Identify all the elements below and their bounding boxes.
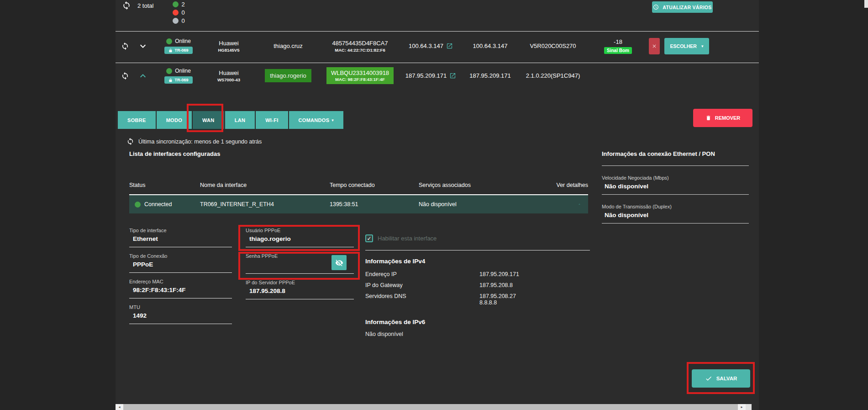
caret-down-icon: ▾ bbox=[331, 118, 334, 122]
interfaces-table: Status Nome da interface Tempo conectado… bbox=[129, 182, 588, 213]
fields-column-left: Tipo de interface Ethernet Tipo de Conex… bbox=[129, 228, 232, 330]
device1-choose-button[interactable]: ESCOLHER▾ bbox=[664, 38, 709, 54]
refresh-all-icon[interactable] bbox=[122, 1, 131, 10]
last-sync-text: Última sincronização: menos de 1 segundo… bbox=[138, 138, 262, 145]
eye-slash-icon bbox=[335, 259, 343, 267]
offline-count: 0 bbox=[181, 9, 184, 16]
tab-modo[interactable]: MODO bbox=[157, 111, 192, 129]
enable-interface-checkbox[interactable]: ✓ bbox=[365, 234, 373, 242]
header-uptime: Tempo conectado bbox=[330, 182, 419, 188]
fields-column-right: ✓ Habilitar esta interface Informações d… bbox=[365, 231, 590, 337]
device2-vendor-name: Huawei bbox=[219, 69, 238, 76]
connection-info-title: Informações da conexão Ethernet / PON bbox=[602, 150, 715, 157]
dns-server-2: 8.8.8.8 bbox=[479, 299, 590, 306]
interfaces-title: Lista de interfaces configuradas bbox=[129, 150, 220, 157]
device-tabs: SOBRE MODO WAN LAN WI-FI COMANDOS▾ bbox=[118, 111, 343, 129]
header-services: Serviços associados bbox=[419, 182, 547, 188]
interface-services: Não disponível bbox=[419, 201, 547, 208]
device2-user-highlight: thiago.rogerio bbox=[265, 69, 311, 82]
lock-icon bbox=[168, 78, 173, 82]
clock-icon bbox=[653, 4, 659, 10]
device1-protocol-badge: TR-069 bbox=[164, 47, 192, 54]
device1-vendor: Huawei HG8145V5 bbox=[201, 40, 256, 53]
check-icon bbox=[705, 375, 712, 382]
tab-wifi[interactable]: WI-FI bbox=[256, 111, 288, 129]
connection-info-panel: Velocidade Negociada (Mbps) Não disponív… bbox=[602, 165, 749, 224]
remove-device-button[interactable]: REMOVER bbox=[693, 109, 752, 127]
device1-serial: 485754435D4F8CA7 MAC: 44:22:7C:D1:82:F6 bbox=[320, 40, 400, 53]
device1-public-ip: 100.64.3.147 bbox=[462, 43, 519, 49]
unknown-dot-icon bbox=[173, 18, 179, 24]
offline-dot-icon bbox=[173, 10, 179, 16]
scroll-right-button[interactable]: ▸ bbox=[738, 404, 746, 410]
save-button[interactable]: SALVAR bbox=[692, 369, 750, 388]
divider bbox=[365, 250, 590, 250]
device1-refresh-icon[interactable] bbox=[121, 42, 129, 50]
device1-status: Online TR-069 bbox=[156, 38, 201, 54]
device2-model: WS7000-43 bbox=[217, 77, 240, 82]
interface-collapse-chevron-up-icon[interactable] bbox=[578, 199, 588, 209]
update-many-button[interactable]: ATUALIZAR VÁRIOS bbox=[652, 1, 713, 13]
device2-refresh-icon[interactable] bbox=[121, 72, 129, 80]
enable-interface-row: ✓ Habilitar esta interface bbox=[365, 234, 590, 242]
pppoe-user-field[interactable]: Usuário PPPoE thiago.rogerio bbox=[246, 228, 354, 247]
ipv4-address-row: Endereço IP 187.95.209.171 bbox=[365, 271, 590, 277]
sync-icon[interactable] bbox=[126, 138, 134, 145]
device1-actions: ESCOLHER▾ bbox=[649, 38, 759, 54]
tab-sobre[interactable]: SOBRE bbox=[118, 111, 156, 129]
interface-row[interactable]: Connected TR069_INTERNET_R_ETH4 1395:38:… bbox=[129, 194, 588, 213]
device1-signal: -18 Sinal Bom bbox=[587, 38, 649, 54]
device2-public-ip: 187.95.209.171 bbox=[462, 72, 519, 79]
horizontal-scrollbar[interactable]: ◂ ▸ bbox=[116, 404, 752, 410]
device1-user: thiago.cruz bbox=[256, 43, 320, 49]
device1-firmware: V5R020C00S270 bbox=[519, 43, 587, 49]
device2-vendor: Huawei WS7000-43 bbox=[201, 69, 256, 82]
device-management-panel: 2 total 2 0 0 ATUALIZAR VÁRIOS Online TR… bbox=[116, 0, 759, 410]
external-link-icon[interactable] bbox=[449, 72, 456, 79]
device2-serial: WLBQU23314003918 MAC: 98:2F:F8:43:1F:4F bbox=[320, 67, 400, 84]
device1-mac: MAC: 44:22:7C:D1:82:F6 bbox=[335, 48, 385, 53]
device2-protocol-badge: TR-069 bbox=[164, 76, 192, 84]
device1-expand-chevron-down-icon[interactable] bbox=[137, 41, 148, 52]
enable-interface-label: Habilitar esta interface bbox=[378, 235, 437, 242]
device2-status-label: Online bbox=[175, 68, 191, 74]
tab-comandos[interactable]: COMANDOS▾ bbox=[289, 111, 344, 129]
online-count: 2 bbox=[181, 1, 184, 8]
mtu-field: MTU 1492 bbox=[129, 304, 232, 324]
tab-wan[interactable]: WAN bbox=[193, 111, 224, 129]
header-status: Status bbox=[129, 182, 200, 188]
device1-delete-button[interactable] bbox=[649, 38, 660, 54]
device1-status-label: Online bbox=[175, 38, 191, 44]
fields-column-middle: Usuário PPPoE thiago.rogerio Senha PPPoE… bbox=[246, 228, 354, 305]
scrollbar-track bbox=[746, 404, 752, 410]
external-link-icon[interactable] bbox=[446, 43, 453, 49]
caret-down-icon: ▾ bbox=[701, 44, 704, 48]
ipv6-title: Informações de IPv6 bbox=[365, 319, 590, 325]
trash-icon bbox=[705, 115, 711, 121]
ipv4-gateway-row: IP do Gateway 187.95.208.8 bbox=[365, 282, 590, 288]
device2-collapse-chevron-up-icon[interactable] bbox=[137, 70, 148, 81]
device1-ip: 100.64.3.147 bbox=[400, 43, 462, 49]
device-row-2: Online TR-069 Huawei WS7000-43 thiago.ro… bbox=[116, 63, 759, 88]
tab-lan[interactable]: LAN bbox=[225, 111, 255, 129]
unknown-count: 0 bbox=[181, 17, 184, 24]
device2-serial-highlight: WLBQU23314003918 MAC: 98:2F:F8:43:1F:4F bbox=[326, 67, 394, 84]
toggle-password-visibility-button[interactable] bbox=[331, 255, 347, 270]
pppoe-password-input[interactable] bbox=[249, 262, 322, 269]
header-interface-name: Nome da interface bbox=[200, 182, 330, 188]
device1-vendor-name: Huawei bbox=[219, 40, 238, 47]
interface-uptime: 1395:38:51 bbox=[330, 201, 419, 208]
pppoe-password-field[interactable]: Senha PPPoE bbox=[246, 253, 354, 274]
vertical-scrollbar[interactable] bbox=[864, 0, 868, 8]
interface-name: TR069_INTERNET_R_ETH4 bbox=[200, 201, 330, 208]
pppoe-server-field: IP do Servidor PPPoE 187.95.208.8 bbox=[246, 280, 354, 299]
device2-firmware: 2.1.0.220(SP1C947) bbox=[519, 72, 587, 79]
scrollbar-thumb[interactable] bbox=[123, 404, 738, 410]
device-row-1: Online TR-069 Huawei HG8145V5 thiago.cru… bbox=[116, 31, 759, 60]
device2-ip: 187.95.209.171 bbox=[400, 72, 462, 79]
scroll-left-button[interactable]: ◂ bbox=[116, 404, 123, 410]
interface-type-field: Tipo de interface Ethernet bbox=[129, 228, 232, 247]
interface-status: Connected bbox=[144, 201, 172, 208]
last-sync-row: Última sincronização: menos de 1 segundo… bbox=[126, 138, 262, 145]
dns-server-1: 187.95.208.27 bbox=[479, 293, 590, 299]
